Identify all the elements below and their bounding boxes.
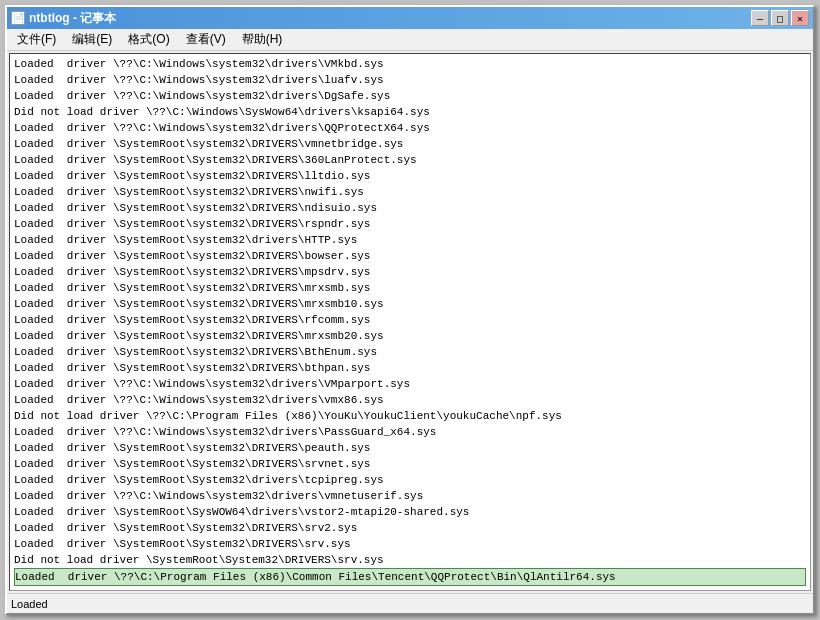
title-bar-left: 📄 ntbtlog - 记事本 [11, 10, 116, 27]
title-buttons: — □ ✕ [751, 10, 809, 26]
highlighted-line: Loaded driver \??\C:\Program Files (x86)… [14, 568, 806, 586]
menu-bar: 文件(F)编辑(E)格式(O)查看(V)帮助(H) [7, 29, 813, 51]
close-button[interactable]: ✕ [791, 10, 809, 26]
text-editor[interactable]: Loaded driver \??\C:\Windows\system32\dr… [10, 54, 810, 590]
menu-item[interactable]: 编辑(E) [64, 29, 120, 50]
app-icon: 📄 [11, 11, 25, 25]
status-text: Loaded [11, 598, 48, 610]
status-bar: Loaded [7, 593, 813, 613]
content-area: Loaded driver \??\C:\Windows\system32\dr… [9, 53, 811, 591]
main-window: 📄 ntbtlog - 记事本 — □ ✕ 文件(F)编辑(E)格式(O)查看(… [5, 5, 815, 615]
minimize-button[interactable]: — [751, 10, 769, 26]
menu-item[interactable]: 查看(V) [178, 29, 234, 50]
menu-item[interactable]: 格式(O) [120, 29, 177, 50]
menu-item[interactable]: 帮助(H) [234, 29, 291, 50]
maximize-button[interactable]: □ [771, 10, 789, 26]
menu-item[interactable]: 文件(F) [9, 29, 64, 50]
window-title: ntbtlog - 记事本 [29, 10, 116, 27]
title-bar: 📄 ntbtlog - 记事本 — □ ✕ [7, 7, 813, 29]
